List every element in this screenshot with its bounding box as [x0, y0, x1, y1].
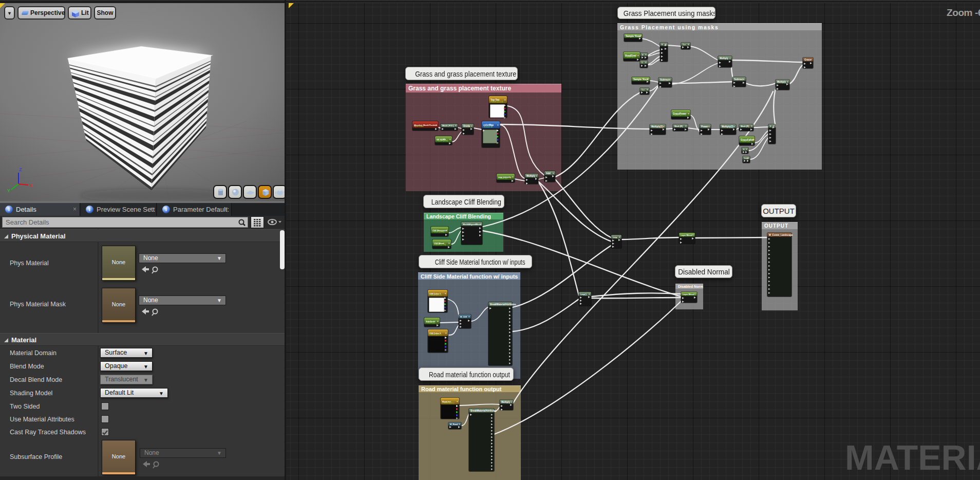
svg-text:M_Cliff: M_Cliff — [460, 316, 467, 318]
svg-text:Mask ( R G ): Mask ( R G ) — [442, 124, 454, 127]
svg-text:0: 0 — [662, 43, 663, 46]
svg-text:Param (0): Param (0) — [498, 177, 507, 179]
svg-text:1-x: 1-x — [642, 88, 645, 91]
svg-text:1-x: 1-x — [683, 43, 686, 46]
svg-text:Param (256): Param (256) — [437, 139, 448, 142]
svg-text:Param (0..): Param (0..) — [625, 56, 636, 58]
svg-text:Param (0.95): Param (0.95) — [432, 230, 445, 233]
svg-text:Param (0,0..): Param (0,0..) — [429, 333, 442, 336]
svg-text:X: X — [30, 183, 33, 188]
svg-text:Sample 'Rock': Sample 'Rock' — [633, 78, 649, 81]
svg-text:Subtract: Subtract — [660, 79, 670, 81]
svg-text:Layer Blend: Layer Blend — [683, 293, 694, 296]
svg-text:Divide: Divide — [463, 125, 470, 127]
svg-text:Multiply: Multiply — [777, 81, 786, 83]
svg-text:Param (0.77..): Param (0.77..) — [673, 114, 686, 116]
svg-text:M_Road: M_Road — [450, 423, 458, 426]
svg-text:Param (0,0..): Param (0,0..) — [442, 401, 455, 404]
svg-text:M_Comm_Landscape: M_Comm_Landscape — [769, 234, 793, 236]
svg-text:Param (1,1,1): Param (1,1,1) — [491, 100, 503, 103]
svg-text:Mask (R): Mask (R) — [741, 125, 749, 127]
svg-text:0: 0 — [642, 53, 643, 56]
svg-text:Z: Z — [19, 167, 22, 172]
svg-text:BreakMaterialAttributes: BreakMaterialAttributes — [470, 410, 497, 412]
svg-text:Power: Power — [701, 125, 708, 128]
svg-text:Multiply(2): Multiply(2) — [722, 125, 733, 128]
svg-text:Layer Blend: Layer Blend — [681, 234, 692, 236]
svg-text:Multiply: Multiply — [526, 175, 535, 177]
svg-text:Lerp( ): Lerp( ) — [580, 293, 587, 296]
svg-text:WorldAlignedBlend: WorldAlignedBlend — [463, 223, 482, 226]
svg-text:BreakMaterialAttributes: BreakMaterialAttributes — [490, 303, 516, 306]
svg-text:Y: Y — [7, 188, 10, 193]
svg-text:Param (1,1..): Param (1,1..) — [429, 293, 442, 296]
svg-text:0: 0 — [770, 125, 771, 127]
svg-text:Lerp: Lerp — [613, 236, 617, 238]
svg-text:Multiply: Multiply — [720, 57, 728, 60]
svg-text:Param (1): Param (1) — [426, 321, 435, 324]
svg-text:Subtract: Subtract — [734, 78, 744, 81]
svg-text:Param (1): Param (1) — [741, 140, 750, 142]
svg-text:0: 0 — [743, 148, 744, 151]
svg-text:Param (7.75): Param (7.75) — [434, 243, 446, 246]
svg-text:Input Data: Input Data — [414, 125, 424, 127]
svg-text:Multiply(2): Multiply(2) — [651, 125, 663, 128]
svg-text:Multiply: Multiply — [501, 401, 510, 403]
svg-text:Texture S..: Texture S.. — [483, 125, 493, 128]
svg-text:Mask (R): Mask (R) — [674, 125, 683, 127]
svg-text:Add: Add — [546, 172, 551, 175]
